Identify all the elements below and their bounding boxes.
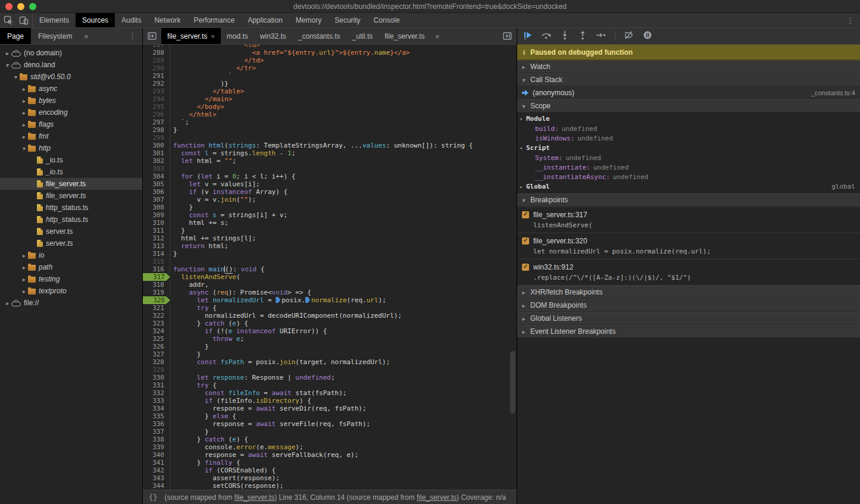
line-number[interactable]: 336 xyxy=(143,420,170,428)
line-number[interactable]: 328 xyxy=(143,358,170,366)
line-number[interactable]: 301 xyxy=(143,149,170,157)
navigator-menu-icon[interactable]: ⋮ xyxy=(123,28,142,44)
line-number[interactable]: 304 xyxy=(143,173,170,180)
line-number[interactable]: 333 xyxy=(143,397,170,405)
chevron-right-icon[interactable]: ▸ xyxy=(20,98,28,104)
line-number[interactable]: 318 xyxy=(143,281,170,289)
step-into-icon[interactable] xyxy=(560,30,570,42)
breakpoint-line-number[interactable]: 320 xyxy=(143,296,170,304)
line-number[interactable]: 322 xyxy=(143,312,170,320)
tree-item-async[interactable]: ▸async xyxy=(0,83,142,95)
tree-item--io-ts[interactable]: _io.ts xyxy=(0,166,142,178)
line-number[interactable]: 292 xyxy=(143,80,170,87)
tree-item-textproto[interactable]: ▸textproto xyxy=(0,285,142,297)
breakpoint-checkbox[interactable] xyxy=(522,211,529,218)
line-number[interactable]: 323 xyxy=(143,320,170,327)
line-number[interactable]: 307 xyxy=(143,196,170,204)
line-number[interactable]: 314 xyxy=(143,250,170,258)
breakpoint-line-number[interactable]: 317 xyxy=(143,273,170,281)
tree-item--io-ts[interactable]: _io.ts xyxy=(0,154,142,166)
scope-property[interactable]: __instantiate:undefined xyxy=(517,162,860,172)
editor-tab--constants-ts[interactable]: _constants.ts xyxy=(292,28,346,44)
tab-console[interactable]: Console xyxy=(367,13,406,27)
line-number[interactable]: 341 xyxy=(143,459,170,467)
devtools-menu-icon[interactable]: ⋮ xyxy=(840,13,860,27)
tree-item-http-status-ts[interactable]: http_status.ts xyxy=(0,202,142,214)
line-number[interactable]: 312 xyxy=(143,234,170,242)
section-event-listener-breakpoints[interactable]: ▸ Event Listener Breakpoints xyxy=(517,325,860,338)
chevron-right-icon[interactable]: ▸ xyxy=(4,300,11,306)
breakpoint-entry[interactable]: file_server.ts:320let normalizedUrl = po… xyxy=(517,233,860,259)
tab-network[interactable]: Network xyxy=(148,13,187,27)
line-number[interactable]: 295 xyxy=(143,103,170,111)
inline-breakpoint-icon[interactable] xyxy=(305,297,310,303)
line-number[interactable]: 329 xyxy=(143,366,170,374)
tree-item-file-server-ts[interactable]: file_server.ts xyxy=(0,178,142,190)
device-toolbar-icon[interactable] xyxy=(19,15,29,25)
pretty-print-icon[interactable]: {} xyxy=(148,493,162,502)
section-scope[interactable]: ▾ Scope xyxy=(517,99,860,112)
line-number[interactable]: 340 xyxy=(143,451,170,459)
line-number[interactable]: 299 xyxy=(143,134,170,142)
tree-item-file-server-ts[interactable]: file_server.ts xyxy=(0,190,142,202)
tree-item-io[interactable]: ▸io xyxy=(0,249,142,261)
tree-item-std-v0-50-0[interactable]: ▾std@v0.50.0 xyxy=(0,71,142,83)
line-number[interactable]: 330 xyxy=(143,374,170,381)
tree-item-path[interactable]: ▸path xyxy=(0,261,142,273)
line-number[interactable]: 310 xyxy=(143,219,170,227)
tree-item-server-ts[interactable]: server.ts xyxy=(0,226,142,237)
breakpoint-entry[interactable]: file_server.ts:317listenAndServe( xyxy=(517,206,860,233)
line-number[interactable]: 335 xyxy=(143,412,170,420)
status-file-link[interactable]: file_server.ts xyxy=(417,493,456,502)
navigator-more-tabs-icon[interactable]: » xyxy=(79,28,93,44)
editor-tab--util-ts[interactable]: _util.ts xyxy=(346,28,379,44)
chevron-right-icon[interactable]: ▸ xyxy=(20,121,28,128)
line-number[interactable]: 321 xyxy=(143,304,170,312)
scope-property[interactable]: __instantiateAsync:undefined xyxy=(517,172,860,181)
hide-debugger-icon[interactable] xyxy=(498,28,517,44)
line-number[interactable]: 316 xyxy=(143,265,170,273)
section-call-stack[interactable]: ▾ Call Stack xyxy=(517,73,860,86)
tree-item-http-status-ts[interactable]: http_status.ts xyxy=(0,214,142,226)
line-number[interactable]: 290 xyxy=(143,64,170,72)
line-number[interactable]: 326 xyxy=(143,343,170,350)
line-number[interactable]: 298 xyxy=(143,126,170,134)
navigator-tab-page[interactable]: Page xyxy=(0,28,31,44)
line-number[interactable]: 294 xyxy=(143,95,170,103)
line-number[interactable]: 309 xyxy=(143,211,170,219)
status-file-link[interactable]: file_server.ts xyxy=(234,493,274,502)
line-number[interactable]: 303 xyxy=(143,165,170,173)
scope-group-module[interactable]: ▾Module xyxy=(517,114,860,124)
line-number[interactable]: 319 xyxy=(143,289,170,296)
line-number[interactable]: 325 xyxy=(143,335,170,343)
deactivate-breakpoints-icon[interactable] xyxy=(624,30,634,42)
editor-tab-win32-ts[interactable]: win32.ts xyxy=(254,28,292,44)
section-xhr-breakpoints[interactable]: ▸ XHR/fetch Breakpoints xyxy=(517,286,860,299)
chevron-down-icon[interactable]: ▾ xyxy=(20,145,28,152)
hide-navigator-icon[interactable] xyxy=(143,28,161,44)
tree-item-testing[interactable]: ▸testing xyxy=(0,273,142,285)
line-number[interactable]: 297 xyxy=(143,118,170,126)
tab-application[interactable]: Application xyxy=(241,13,289,27)
step-over-icon[interactable] xyxy=(541,30,552,42)
editor-tab-mod-ts[interactable]: mod.ts xyxy=(221,28,254,44)
tree-item-flags[interactable]: ▸flags xyxy=(0,118,142,130)
editor-vertical-scrollbar[interactable] xyxy=(510,351,515,414)
line-number[interactable]: 293 xyxy=(143,87,170,95)
scope-group-script[interactable]: ▾Script xyxy=(517,143,860,153)
tree-item--no-domain-[interactable]: ▸(no domain) xyxy=(0,47,142,59)
section-dom-breakpoints[interactable]: ▸ DOM Breakpoints xyxy=(517,299,860,312)
navigator-tab-filesystem[interactable]: Filesystem xyxy=(31,28,79,44)
line-number[interactable]: 338 xyxy=(143,436,170,443)
line-number[interactable]: 287 xyxy=(143,45,170,49)
section-breakpoints[interactable]: ▾ Breakpoints xyxy=(517,193,860,206)
chevron-right-icon[interactable]: ▸ xyxy=(20,109,28,116)
line-number[interactable]: 332 xyxy=(143,389,170,397)
scope-group-global[interactable]: ▸Globalglobal xyxy=(517,181,860,192)
line-number[interactable]: 344 xyxy=(143,482,170,490)
tab-elements[interactable]: Elements xyxy=(33,13,76,27)
breakpoint-checkbox[interactable] xyxy=(522,237,529,245)
scope-property[interactable]: build:undefined xyxy=(517,124,860,133)
line-number[interactable]: 339 xyxy=(143,443,170,451)
line-number[interactable]: 324 xyxy=(143,327,170,335)
